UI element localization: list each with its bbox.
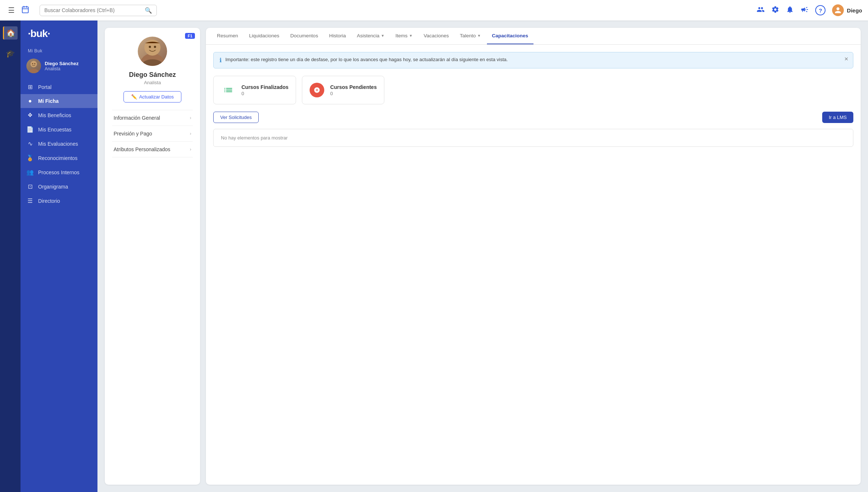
profile-badge: F1 — [185, 33, 195, 39]
content-area: F1 Diego Sánchez Analista ✏️ Actualizar … — [97, 20, 868, 492]
profile-sections: Información General › Previsión y Pago ›… — [112, 110, 193, 157]
profile-section-atributos[interactable]: Atributos Personalizados › — [112, 142, 193, 157]
sidebar-item-mis-evaluaciones[interactable]: ∿ Mis Evaluaciones — [21, 137, 97, 151]
reconocimientos-icon: 🏅 — [26, 154, 34, 161]
procesos-icon: 👥 — [26, 169, 34, 176]
tab-capacitaciones[interactable]: Capacitaciones — [487, 28, 533, 44]
cursos-finalizados-info: Cursos Finalizados 0 — [241, 84, 288, 96]
hamburger-icon[interactable]: ☰ — [6, 4, 17, 17]
svg-point-5 — [29, 69, 39, 73]
svg-point-13 — [154, 46, 156, 48]
finalizados-icon — [221, 83, 236, 97]
tab-vacaciones[interactable]: Vacaciones — [418, 28, 454, 44]
sidebar-nav: ⊞ Portal ● Mi Ficha ❖ Mis Beneficios 📄 M… — [21, 77, 97, 492]
chevron-right-icon-3: › — [190, 147, 191, 152]
tab-liquidaciones[interactable]: Liquidaciones — [244, 28, 285, 44]
svg-point-12 — [149, 46, 151, 48]
settings-icon[interactable] — [771, 5, 779, 15]
tab-resumen[interactable]: Resumen — [212, 28, 243, 44]
tab-items[interactable]: Items ▼ — [390, 28, 418, 44]
mi-ficha-icon: ● — [26, 98, 34, 104]
sidebar-item-procesos-internos[interactable]: 👥 Procesos Internos — [21, 165, 97, 179]
portal-icon: ⊞ — [26, 83, 34, 90]
search-bar[interactable]: 🔍 — [40, 5, 157, 16]
sidebar-strip: 🏠 🎓 — [0, 20, 21, 492]
actions-row: Ver Solicitudes Ir a LMS — [213, 112, 853, 123]
asistencia-dropdown-icon: ▼ — [381, 34, 384, 38]
sidebar-item-directorio[interactable]: ☰ Directorio — [21, 194, 97, 208]
search-input[interactable] — [44, 7, 142, 13]
cursos-finalizados-card: Cursos Finalizados 0 — [213, 76, 296, 104]
alert-banner: ℹ Importante: este registro tiene un día… — [213, 52, 853, 68]
topbar-username: Diego — [847, 7, 862, 14]
calendar-icon[interactable] — [21, 5, 29, 15]
sidebar-user-name: Diego Sánchez — [45, 61, 78, 66]
user-menu[interactable]: Diego — [832, 4, 862, 16]
profile-name: Diego Sánchez — [129, 71, 176, 79]
sidebar-item-mi-ficha[interactable]: ● Mi Ficha — [21, 94, 97, 108]
topbar-avatar — [832, 4, 844, 16]
organigrama-icon: ⊡ — [26, 183, 34, 190]
profile-section-prevision[interactable]: Previsión y Pago › — [112, 126, 193, 142]
encuestas-icon: 📄 — [26, 126, 34, 133]
info-icon: ℹ — [219, 57, 222, 64]
help-icon[interactable]: ? — [815, 5, 825, 15]
add-user-icon[interactable] — [757, 5, 765, 15]
sidebar-user-info: Diego Sánchez Analista — [45, 61, 78, 71]
notification-icon[interactable] — [786, 5, 794, 15]
svg-rect-0 — [22, 7, 29, 12]
learn-strip-icon[interactable]: 🎓 — [4, 47, 17, 60]
profile-avatar — [138, 37, 167, 66]
sidebar-item-mis-beneficios[interactable]: ❖ Mis Beneficios — [21, 108, 97, 122]
sidebar-item-portal[interactable]: ⊞ Portal — [21, 80, 97, 94]
sidebar-item-mis-encuestas[interactable]: 📄 Mis Encuestas — [21, 122, 97, 137]
sidebar: ·buk· Mi Buk Diego Sánchez Analista — [21, 20, 97, 492]
sidebar-item-organigrama[interactable]: ⊡ Organigrama — [21, 179, 97, 194]
cursos-pendientes-card: Cursos Pendientes 0 — [302, 76, 384, 104]
tab-historia[interactable]: Historia — [324, 28, 351, 44]
evaluaciones-icon: ∿ — [26, 140, 34, 147]
tab-talento[interactable]: Talento ▼ — [455, 28, 486, 44]
sidebar-item-reconocimientos[interactable]: 🏅 Reconocimientos — [21, 151, 97, 165]
tab-documentos[interactable]: Documentos — [285, 28, 323, 44]
tabs-bar: Resumen Liquidaciones Documentos Histori… — [206, 28, 861, 45]
home-strip-icon[interactable]: 🏠 — [3, 26, 18, 40]
update-data-button[interactable]: ✏️ Actualizar Datos — [123, 91, 182, 102]
sidebar-user-card[interactable]: Diego Sánchez Analista — [21, 55, 97, 77]
chevron-right-icon-1: › — [190, 115, 191, 120]
chevron-right-icon-2: › — [190, 131, 191, 136]
items-dropdown-icon: ▼ — [409, 34, 413, 38]
profile-section-info[interactable]: Información General › — [112, 110, 193, 126]
cursos-pendientes-info: Cursos Pendientes 0 — [330, 84, 377, 96]
beneficios-icon: ❖ — [26, 112, 34, 119]
main-panel: Resumen Liquidaciones Documentos Histori… — [206, 28, 861, 485]
alert-close-button[interactable]: ✕ — [844, 56, 849, 62]
directorio-icon: ☰ — [26, 197, 34, 204]
search-icon: 🔍 — [145, 7, 152, 14]
ver-solicitudes-button[interactable]: Ver Solicitudes — [213, 112, 259, 123]
talento-dropdown-icon: ▼ — [477, 34, 481, 38]
profile-card: F1 Diego Sánchez Analista ✏️ Actualizar … — [105, 28, 200, 485]
pencil-icon: ✏️ — [131, 94, 137, 100]
topbar: ☰ 🔍 ? Diego — [0, 0, 868, 20]
ir-lms-button[interactable]: Ir a LMS — [822, 112, 853, 123]
megaphone-icon[interactable] — [801, 5, 809, 15]
svg-point-6 — [31, 61, 37, 67]
sidebar-section-label: Mi Buk — [21, 45, 97, 55]
topbar-actions: ? Diego — [757, 4, 862, 16]
pendientes-icon — [310, 83, 324, 97]
main-layout: 🏠 🎓 ·buk· Mi Buk Diego S — [0, 20, 868, 492]
sidebar-logo: ·buk· — [21, 20, 97, 45]
svg-point-7 — [32, 63, 33, 64]
empty-state: No hay elementos para mostrar — [213, 129, 853, 147]
courses-row: Cursos Finalizados 0 Cursos Pendientes — [213, 76, 853, 104]
svg-point-8 — [34, 63, 36, 64]
tab-asistencia[interactable]: Asistencia ▼ — [352, 28, 389, 44]
profile-role: Analista — [144, 80, 161, 85]
capacitaciones-content: ℹ Importante: este registro tiene un día… — [206, 45, 861, 485]
sidebar-user-role: Analista — [45, 66, 78, 71]
sidebar-avatar — [26, 59, 41, 73]
